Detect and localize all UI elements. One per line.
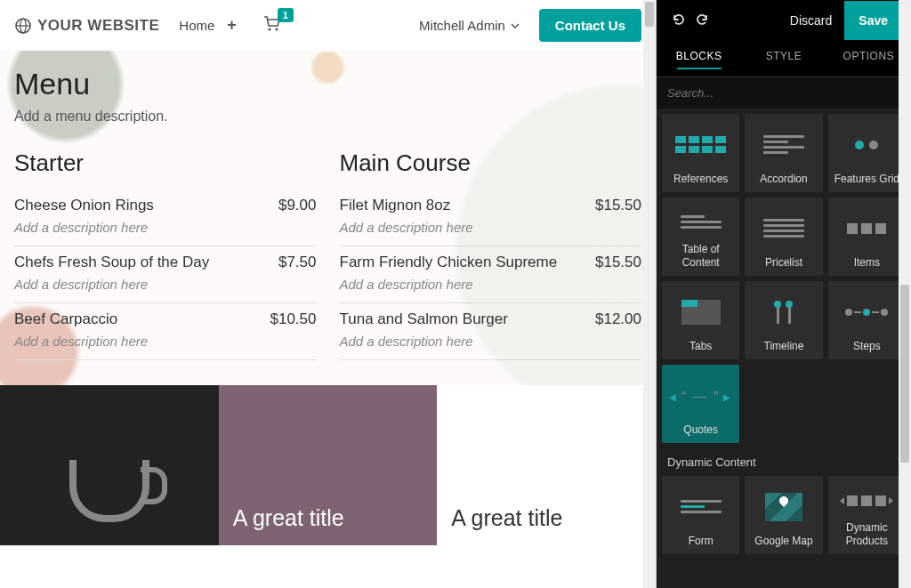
user-menu[interactable]: Mitchell Admin [419, 18, 520, 33]
mug-illustration [69, 460, 149, 522]
tab-style[interactable]: STYLE [741, 41, 826, 77]
dish-price: $15.50 [595, 197, 641, 214]
dish-price: $15.50 [595, 254, 641, 271]
user-name: Mitchell Admin [419, 18, 505, 33]
search-input[interactable] [657, 77, 911, 109]
brand-text: YOUR WEBSITE [37, 17, 159, 35]
sidebar-scrollbar[interactable] [899, 0, 911, 588]
svg-point-4 [275, 28, 278, 30]
top-nav: YOUR WEBSITE Home + 1 Mitchell Admin Con… [0, 0, 656, 51]
globe-icon [14, 17, 32, 35]
block-timeline[interactable]: Timeline [745, 281, 822, 359]
dish-description[interactable]: Add a description here [340, 328, 642, 358]
dish-price: $10.50 [270, 310, 317, 328]
dish-name: Filet Mignon 8oz [340, 197, 451, 214]
block-dynamic-products[interactable]: Dynamic Products [828, 476, 906, 554]
column-heading[interactable]: Starter [14, 149, 317, 177]
dish-price: $7.50 [278, 254, 317, 271]
block-quotes[interactable]: “ — ” Quotes [662, 365, 739, 443]
dish-name: Beef Carpaccio [14, 310, 117, 328]
nav-home[interactable]: Home [179, 18, 214, 33]
tile-purple[interactable]: A great title [219, 385, 438, 545]
menu-column-starter[interactable]: Starter Cheese Onion Rings$9.00 Add a de… [14, 149, 317, 360]
nav-cart[interactable]: 1 [263, 16, 281, 35]
website-preview: YOUR WEBSITE Home + 1 Mitchell Admin Con… [0, 0, 657, 588]
menu-hero-section[interactable]: Menu Add a menu description. Starter Che… [0, 51, 656, 385]
blocks-panel: References Accordion Features Grid Table… [657, 109, 911, 588]
tile-image[interactable] [0, 385, 219, 545]
dish-description[interactable]: Add a description here [340, 214, 642, 244]
block-tabs[interactable]: Tabs [662, 281, 739, 359]
block-table-of-content[interactable]: Table of Content [662, 197, 739, 276]
menu-column-main[interactable]: Main Course Filet Mignon 8oz$15.50 Add a… [340, 149, 642, 360]
dish-description[interactable]: Add a description here [14, 214, 317, 244]
dish-price: $9.00 [278, 197, 317, 214]
page-subtitle[interactable]: Add a menu description. [14, 109, 641, 125]
column-heading[interactable]: Main Course [340, 149, 642, 177]
block-form[interactable]: Form [662, 476, 739, 554]
dish-description[interactable]: Add a description here [14, 271, 317, 301]
dish-description[interactable]: Add a description here [14, 328, 317, 358]
nav-add-page[interactable]: + [227, 16, 237, 35]
editor-sidebar: Discard Save BLOCKS STYLE OPTIONS Refere… [657, 0, 911, 588]
svg-point-3 [268, 28, 270, 30]
discard-button[interactable]: Discard [778, 1, 844, 40]
section-dynamic-content: Dynamic Content [662, 443, 906, 476]
page-title[interactable]: Menu [14, 67, 641, 101]
dish-item[interactable]: Filet Mignon 8oz$15.50 Add a description… [340, 189, 642, 246]
contact-us-button[interactable]: Contact Us [539, 9, 641, 42]
dish-name: Cheese Onion Rings [14, 197, 154, 214]
sidebar-toolbar: Discard Save [657, 0, 911, 41]
dish-description[interactable]: Add a description here [340, 271, 642, 301]
brand-logo[interactable]: YOUR WEBSITE [14, 17, 159, 35]
undo-button[interactable] [665, 7, 690, 35]
tab-blocks[interactable]: BLOCKS [657, 41, 741, 77]
block-items[interactable]: Items [828, 197, 906, 276]
dish-item[interactable]: Cheese Onion Rings$9.00 Add a descriptio… [14, 189, 317, 246]
tile-title: A great title [451, 505, 562, 531]
dish-item[interactable]: Farm Friendly Chicken Supreme$15.50 Add … [340, 246, 642, 303]
save-button[interactable]: Save [844, 1, 902, 40]
dish-name: Tuna and Salmon Burger [340, 310, 508, 328]
block-accordion[interactable]: Accordion [745, 114, 822, 192]
block-search [657, 77, 911, 109]
tiles-section[interactable]: A great title A great title [0, 385, 656, 545]
block-google-map[interactable]: Google Map [745, 476, 822, 554]
block-references[interactable]: References [662, 114, 739, 192]
redo-button[interactable] [690, 7, 715, 35]
block-pricelist[interactable]: Pricelist [745, 197, 822, 276]
dish-item[interactable]: Beef Carpaccio$10.50 Add a description h… [14, 303, 317, 360]
tile-title: A great title [233, 505, 344, 531]
dish-price: $12.00 [595, 310, 641, 328]
tile-white[interactable]: A great title [437, 385, 656, 545]
dish-name: Farm Friendly Chicken Supreme [340, 254, 558, 271]
dish-item[interactable]: Chefs Fresh Soup of the Day$7.50 Add a d… [14, 246, 317, 303]
preview-scrollbar[interactable] [643, 0, 656, 588]
block-steps[interactable]: Steps [828, 281, 906, 359]
dish-item[interactable]: Tuna and Salmon Burger$12.00 Add a descr… [340, 303, 642, 360]
cart-count-badge: 1 [278, 8, 294, 22]
sidebar-tabs: BLOCKS STYLE OPTIONS [657, 41, 911, 77]
dish-name: Chefs Fresh Soup of the Day [14, 254, 209, 271]
chevron-down-icon [511, 23, 520, 28]
block-features-grid[interactable]: Features Grid [828, 114, 906, 192]
